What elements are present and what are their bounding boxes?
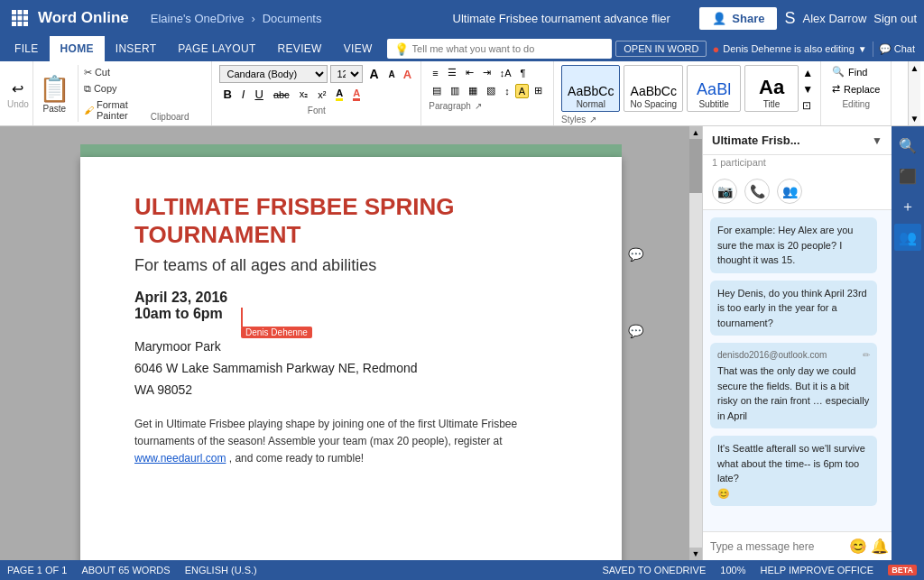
chat-phone-icon[interactable]: 📞 [744, 179, 770, 204]
tab-file[interactable]: FILE [4, 36, 50, 61]
paste-button[interactable]: 📋 Paste [39, 65, 79, 122]
styles-scroll-down[interactable]: ▼ [802, 83, 813, 96]
message-edit-icon[interactable]: ✏ [863, 348, 870, 362]
style-heading1-preview: AaBl [697, 81, 731, 97]
document-page[interactable]: 💬 💬 Denis Dehenne ULTIMATE FRISBEE SPRIN… [80, 157, 622, 560]
sidebar-comments-icon[interactable]: ⬛ [894, 162, 921, 189]
font-face-select[interactable]: Candara (Body) [219, 65, 328, 83]
tab-view[interactable]: VIEW [333, 36, 383, 61]
border-button[interactable]: ⊞ [531, 83, 546, 98]
tab-page-layout[interactable]: PAGE LAYOUT [167, 36, 266, 61]
underline-button[interactable]: U [251, 86, 266, 103]
document-link[interactable]: www.needaurl.com [134, 452, 226, 465]
skype-button[interactable]: S [784, 9, 795, 28]
subscript-button[interactable]: x₂ [296, 87, 312, 102]
location-line-1[interactable]: Marymoor Park [134, 336, 568, 358]
sidebar-add-icon[interactable]: ＋ [894, 193, 921, 220]
undo-button[interactable]: ↩ [8, 78, 27, 99]
highlight-button[interactable]: A [332, 86, 346, 103]
scrollbar-track[interactable]: ▲ ▼ [689, 126, 702, 560]
document-time[interactable]: 10am to 6pm [134, 306, 568, 322]
waffle-icon[interactable] [7, 5, 32, 31]
tell-me-bar[interactable]: 💡 [387, 39, 613, 59]
cut-button[interactable]: ✂ Cut [82, 66, 130, 79]
tab-insert[interactable]: INSERT [105, 36, 168, 61]
numbered-list-button[interactable]: ☰ [444, 65, 460, 80]
comment-bubble-2[interactable]: 💬 [628, 324, 643, 338]
decrease-font-button[interactable]: A [385, 69, 399, 80]
onedrive-link[interactable]: Elaine's OneDrive [151, 12, 245, 25]
copy-button[interactable]: ⧉ Copy [82, 82, 130, 96]
align-center-button[interactable]: ▥ [447, 83, 463, 98]
folder-link[interactable]: Documents [263, 12, 322, 25]
styles-expand-icon[interactable]: ↗ [589, 115, 596, 124]
align-right-button[interactable]: ▦ [465, 83, 481, 98]
chat-button[interactable]: 💬 Chat [873, 41, 920, 57]
line-spacing-button[interactable]: ↕ [501, 84, 513, 98]
sort-button[interactable]: ↕A [496, 66, 515, 80]
scroll-down-button[interactable]: ▼ [689, 548, 702, 560]
emoji-button[interactable]: 😊 [849, 538, 867, 555]
sign-out-link[interactable]: Sign out [873, 12, 917, 25]
font-color-highlight-button[interactable]: A [402, 68, 413, 81]
align-left-button[interactable]: ▤ [429, 83, 445, 98]
shading-button[interactable]: A [515, 84, 529, 98]
style-heading1[interactable]: AaBl Subtitle [687, 65, 741, 112]
chat-input-field[interactable] [710, 540, 845, 553]
find-button[interactable]: 🔍 Find [828, 65, 883, 78]
scroll-thumb[interactable] [689, 139, 702, 193]
document-date[interactable]: April 23, 2016 [134, 290, 568, 306]
styles-scroll-up[interactable]: ▲ [802, 67, 813, 79]
paragraph-expand-icon[interactable]: ↗ [475, 101, 482, 111]
zoom-level[interactable]: 100% [720, 565, 745, 575]
document-heading[interactable]: ULTIMATE FRISBEE SPRING TOURNAMENT [134, 193, 568, 249]
font-size-select[interactable]: 12 [330, 65, 363, 83]
sidebar-people-icon[interactable]: 👥 [894, 224, 921, 251]
show-formatting-button[interactable]: ¶ [516, 66, 529, 80]
find-label: Find [848, 67, 867, 78]
italic-button[interactable]: I [238, 86, 249, 103]
bold-button[interactable]: B [219, 86, 235, 103]
increase-font-button[interactable]: A [365, 66, 382, 82]
clipboard-group-label: Clipboard [134, 112, 207, 122]
document-body[interactable]: Get in Ultimate Frisbee playing shape by… [134, 416, 568, 468]
comment-bubble-1[interactable]: 💬 [628, 247, 643, 262]
share-button[interactable]: 👤 Share [699, 7, 777, 30]
format-painter-button[interactable]: 🖌 Format Painter [82, 98, 130, 122]
justify-button[interactable]: ▧ [483, 83, 499, 98]
improve-office-link[interactable]: HELP IMPROVE OFFICE [760, 565, 873, 575]
style-no-spacing[interactable]: AaBbCc No Spacing [624, 65, 683, 112]
bullet-list-button[interactable]: ≡ [429, 66, 441, 80]
font-color-button[interactable]: A [349, 86, 364, 103]
scroll-up-button[interactable]: ▲ [689, 126, 702, 139]
increase-indent-button[interactable]: ⇥ [479, 65, 494, 80]
chat-chevron-icon[interactable]: ▼ [872, 134, 882, 147]
ribbon-scroll-up[interactable]: ▲ [910, 63, 919, 73]
tab-home[interactable]: HOME [50, 36, 105, 61]
strikethrough-button[interactable]: abc [270, 87, 293, 102]
style-normal[interactable]: AaBbCc Normal [561, 65, 620, 112]
sidebar-search-icon[interactable]: 🔍 [894, 132, 921, 159]
tab-bar: FILE HOME INSERT PAGE LAYOUT REVIEW VIEW… [0, 36, 924, 61]
styles-expand[interactable]: ⊡ [802, 99, 813, 112]
chat-people-icon[interactable]: 👥 [777, 179, 802, 204]
tab-review[interactable]: REVIEW [267, 36, 333, 61]
replace-button[interactable]: ⇄ Replace [828, 82, 883, 96]
location-line-2[interactable]: 6046 W Lake Sammamish Parkway NE, Redmon… [134, 358, 568, 380]
chat-video-icon[interactable]: 📷 [712, 179, 737, 204]
notification-bell[interactable]: 🔔 [871, 538, 889, 555]
tell-me-input[interactable] [412, 43, 605, 54]
ribbon-scroll[interactable]: ▲ ▼ [908, 61, 920, 125]
document-subtitle[interactable]: For teams of all ages and abilities [134, 256, 568, 275]
ribbon-scroll-down[interactable]: ▼ [910, 114, 919, 124]
open-in-word-button[interactable]: OPEN IN WORD [615, 41, 707, 57]
decrease-indent-button[interactable]: ⇤ [462, 65, 477, 80]
superscript-button[interactable]: x² [314, 87, 329, 102]
style-title[interactable]: Aa Title [744, 65, 799, 112]
document-area[interactable]: ▲ ▼ 💬 💬 Denis Dehenne ULTIMATE FRISBEE S… [0, 126, 702, 560]
user-name[interactable]: Alex Darrow [803, 12, 867, 25]
style-title-label: Title [763, 99, 781, 109]
styles-scroll-buttons[interactable]: ▲ ▼ ⊡ [802, 67, 813, 112]
location-line-3[interactable]: WA 98052 [134, 380, 568, 401]
collaborator-notice[interactable]: ● Denis Dehenne is also editing ▼ [707, 41, 872, 58]
